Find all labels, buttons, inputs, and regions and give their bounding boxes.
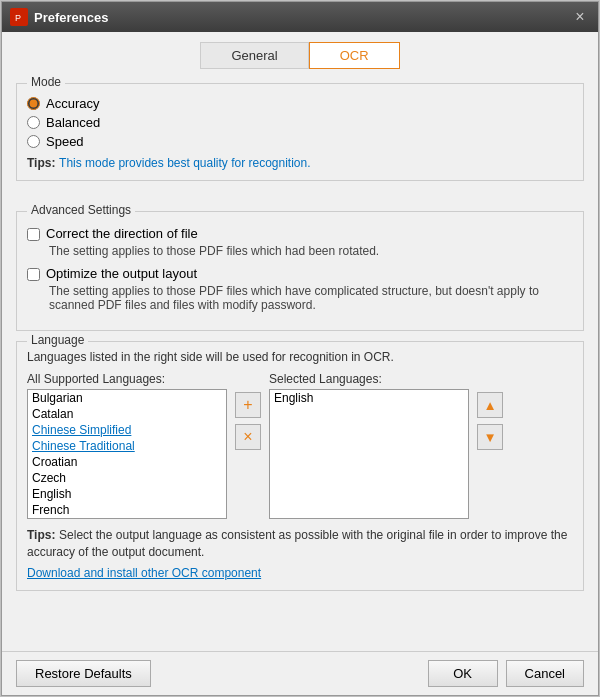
list-item[interactable]: Chinese Simplified — [28, 422, 226, 438]
list-item[interactable]: Croatian — [28, 454, 226, 470]
language-tips-label: Tips: — [27, 528, 55, 542]
list-item[interactable]: English — [270, 390, 468, 406]
mode-balanced[interactable]: Balanced — [27, 115, 573, 130]
accuracy-label: Accuracy — [46, 96, 99, 111]
language-section-title: Language — [27, 333, 88, 347]
close-button[interactable]: × — [570, 7, 590, 27]
correct-direction-desc: The setting applies to those PDF files w… — [49, 244, 573, 258]
mode-section: Mode Accuracy Balanced Speed Tips: This … — [16, 83, 584, 181]
correct-direction-item[interactable]: Correct the direction of file — [27, 226, 573, 241]
advanced-section-title: Advanced Settings — [27, 203, 135, 217]
mode-radio-group: Accuracy Balanced Speed — [27, 96, 573, 149]
language-tips-text: Select the output language as consistent… — [27, 528, 567, 559]
preferences-window: P Preferences × General OCR Mode Accurac… — [1, 1, 599, 696]
move-down-button[interactable]: ▼ — [477, 424, 503, 450]
app-icon: P — [10, 8, 28, 26]
mode-tips-text: This mode provides best quality for reco… — [59, 156, 310, 170]
list-item[interactable]: Catalan — [28, 406, 226, 422]
mode-section-title: Mode — [27, 75, 65, 89]
tab-bar: General OCR — [2, 32, 598, 75]
svg-text:P: P — [15, 13, 21, 23]
mode-speed[interactable]: Speed — [27, 134, 573, 149]
selected-languages-panel: Selected Languages: English — [269, 372, 469, 519]
correct-direction-checkbox[interactable] — [27, 228, 40, 241]
optimize-layout-item[interactable]: Optimize the output layout — [27, 266, 573, 281]
ok-button[interactable]: OK — [428, 660, 498, 687]
speed-label: Speed — [46, 134, 84, 149]
selected-languages-list[interactable]: English — [269, 389, 469, 519]
advanced-section: Advanced Settings Correct the direction … — [16, 211, 584, 331]
language-tips: Tips: Select the output language as cons… — [27, 527, 573, 561]
list-item[interactable]: Chinese Traditional — [28, 438, 226, 454]
content-area: Mode Accuracy Balanced Speed Tips: This … — [2, 75, 598, 651]
cancel-button[interactable]: Cancel — [506, 660, 584, 687]
footer-right: OK Cancel — [428, 660, 584, 687]
titlebar: P Preferences × — [2, 2, 598, 32]
add-language-button[interactable]: + — [235, 392, 261, 418]
all-languages-label: All Supported Languages: — [27, 372, 227, 386]
mode-tips-label: Tips: — [27, 156, 55, 170]
tab-general[interactable]: General — [200, 42, 308, 69]
optimize-layout-checkbox[interactable] — [27, 268, 40, 281]
balanced-label: Balanced — [46, 115, 100, 130]
tab-ocr[interactable]: OCR — [309, 42, 400, 69]
list-item[interactable]: German — [28, 518, 226, 519]
remove-language-button[interactable]: × — [235, 424, 261, 450]
optimize-layout-label: Optimize the output layout — [46, 266, 197, 281]
language-panels: All Supported Languages: Bulgarian Catal… — [27, 372, 573, 519]
window-title: Preferences — [34, 10, 570, 25]
list-item[interactable]: Bulgarian — [28, 390, 226, 406]
restore-defaults-button[interactable]: Restore Defaults — [16, 660, 151, 687]
list-item[interactable]: French — [28, 502, 226, 518]
lang-updown-controls: ▲ ▼ — [477, 372, 503, 450]
mode-accuracy[interactable]: Accuracy — [27, 96, 573, 111]
list-item[interactable]: English — [28, 486, 226, 502]
footer: Restore Defaults OK Cancel — [2, 651, 598, 695]
language-intro: Languages listed in the right side will … — [27, 350, 573, 364]
all-languages-list[interactable]: Bulgarian Catalan Chinese Simplified Chi… — [27, 389, 227, 519]
balanced-radio[interactable] — [27, 116, 40, 129]
list-item[interactable]: Czech — [28, 470, 226, 486]
selected-languages-label: Selected Languages: — [269, 372, 469, 386]
correct-direction-label: Correct the direction of file — [46, 226, 198, 241]
language-section: Language Languages listed in the right s… — [16, 341, 584, 591]
all-languages-panel: All Supported Languages: Bulgarian Catal… — [27, 372, 227, 519]
move-up-button[interactable]: ▲ — [477, 392, 503, 418]
optimize-layout-desc: The setting applies to those PDF files w… — [49, 284, 573, 312]
lang-add-remove-controls: + × — [235, 372, 261, 450]
accuracy-radio[interactable] — [27, 97, 40, 110]
download-ocr-link[interactable]: Download and install other OCR component — [27, 566, 261, 580]
mode-tips: Tips: This mode provides best quality fo… — [27, 155, 573, 170]
speed-radio[interactable] — [27, 135, 40, 148]
